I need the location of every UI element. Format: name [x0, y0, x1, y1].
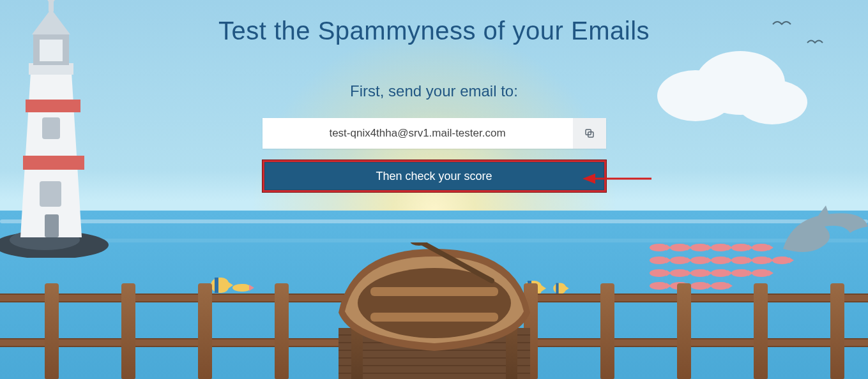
svg-point-11: [47, 0, 55, 3]
svg-rect-6: [23, 156, 84, 170]
copy-button[interactable]: [573, 118, 606, 149]
svg-rect-7: [29, 63, 73, 75]
svg-rect-10: [49, 1, 54, 11]
test-email-input[interactable]: [263, 118, 573, 149]
page-title: Test the Spammyness of your Emails: [204, 17, 664, 45]
main-panel: Test the Spammyness of your Emails First…: [204, 17, 664, 192]
bird-icon: [807, 38, 823, 47]
svg-rect-13: [40, 181, 61, 207]
instruction-text: First, send your email to:: [204, 82, 664, 100]
cloud: [644, 45, 811, 134]
bird-icon: [772, 19, 791, 29]
email-input-row: [263, 118, 606, 149]
svg-rect-12: [42, 117, 60, 139]
svg-rect-8: [33, 34, 69, 65]
svg-point-1: [696, 51, 785, 115]
svg-point-2: [737, 80, 807, 124]
sea: [0, 211, 868, 379]
check-score-button[interactable]: Then check your score: [263, 160, 606, 192]
svg-rect-5: [26, 100, 80, 112]
svg-point-0: [657, 70, 734, 121]
copy-icon: [584, 128, 595, 139]
svg-rect-9: [40, 40, 63, 61]
